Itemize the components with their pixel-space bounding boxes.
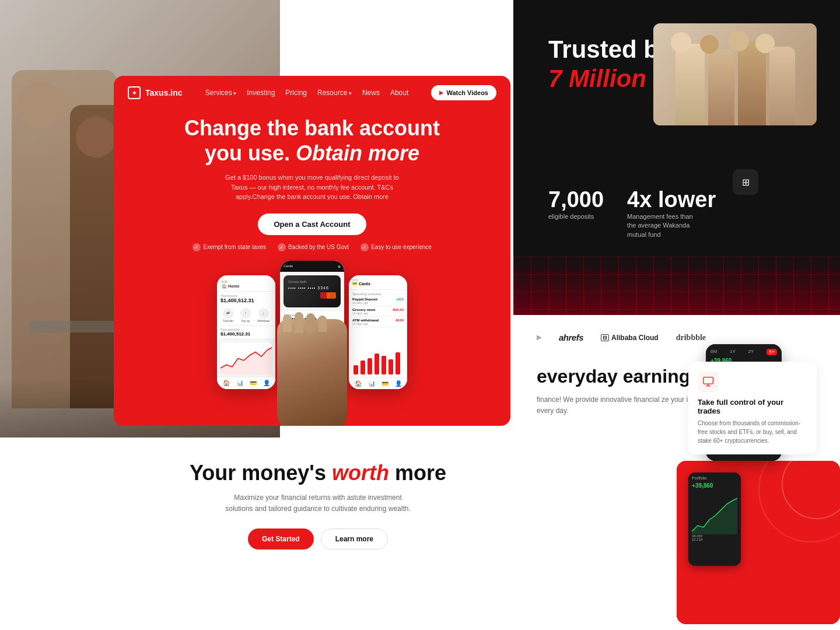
stat-number-1: 7,000	[548, 187, 604, 212]
red-phone-section: Portfolio +39,860 38,682 22,218	[677, 461, 840, 624]
nav-pricing[interactable]: Pricing	[285, 89, 307, 97]
nav-investing[interactable]: Investing	[247, 89, 275, 97]
hero-badges: Exempt from state taxes Backed by the US…	[149, 243, 475, 251]
stat-deposits: 7,000 eligible deposits	[548, 187, 604, 239]
earnings-desc-text: finance! We provide innovative financial…	[537, 396, 709, 415]
dark-section: Trusted by over 7 Million Wakanda ⊞ 7,00…	[513, 0, 840, 315]
stat-label-1: eligible deposits	[548, 212, 604, 221]
svg-marker-0	[220, 348, 272, 374]
stats-row: 7,000 eligible deposits 4x lower Managem…	[548, 187, 817, 239]
badge-backed: Backed by the US Govt	[278, 243, 349, 251]
nav-news[interactable]: News	[362, 89, 380, 97]
nav-links: Services Investing Pricing Resource News…	[205, 89, 409, 97]
main-card: ✦ Taxus.inc Services Investing Pricing R…	[114, 76, 510, 426]
control-card-desc: Choose from thousands of commission-free…	[698, 419, 807, 445]
worth-title-highlight: worth	[332, 461, 389, 485]
earnings-desc: finance! We provide innovative financial…	[537, 394, 712, 416]
learn-more-button[interactable]: Learn more	[321, 528, 388, 550]
svg-rect-3	[368, 358, 372, 374]
phone-icon-withdraw-2: ↓ Withdraw	[326, 327, 338, 342]
svg-rect-6	[388, 359, 393, 374]
hero-title: Change the bank account you use. Obtain …	[149, 116, 475, 166]
phone-icon-topup: ↑ Top up	[240, 308, 251, 323]
logo-symbol: ✦	[132, 90, 136, 96]
nav-logo: ✦ Taxus.inc	[128, 86, 183, 99]
hero-content: Change the bank account you use. Obtain …	[114, 110, 510, 251]
svg-rect-7	[396, 352, 400, 374]
svg-rect-9	[704, 377, 713, 384]
control-card: Take full control of your trades Choose …	[688, 362, 817, 454]
phone-icon-topup-2: ↑ Top up	[306, 327, 317, 342]
profile-image	[653, 23, 817, 125]
badge-easy: Easy to use experience	[360, 243, 432, 251]
worth-buttons: Get Started Learn more	[149, 528, 487, 550]
worth-title: Your money's worth more	[149, 461, 487, 485]
partner-logos: ▶ ahrefs ⊟ Alibaba Cloud dribbble	[537, 332, 817, 342]
control-icon	[698, 371, 719, 392]
hero-title-line1: Change the bank account	[184, 116, 440, 140]
stat-fees: 4x lower Management fees than the averag…	[627, 187, 716, 239]
partner-logo-alibaba: ⊟ Alibaba Cloud	[601, 334, 659, 342]
phone-icons-row-2: ⇄ Transfer ↑ Top up ↓ Withdraw	[280, 325, 344, 344]
phone-center-screen: Cards ⊕ Crimson Swift •••• •••• •••• 334…	[280, 261, 344, 383]
trusted-number: 7 Million	[548, 65, 646, 92]
phone-balance-2: $1,400,512.31	[284, 317, 341, 323]
logo-text: Taxus.inc	[145, 88, 183, 97]
image-icon: ⊞	[733, 169, 758, 195]
svg-rect-4	[374, 354, 379, 374]
svg-marker-10	[692, 498, 737, 534]
phone-icon-transfer: ⇄ Transfer	[223, 308, 233, 323]
phone-right: 9:41 💳 Cards Spending activities Paypal …	[349, 275, 407, 389]
control-card-title: Take full control of your trades	[698, 398, 807, 415]
phone-balance-1: $1,400,512.31	[220, 298, 272, 303]
svg-rect-5	[382, 356, 386, 374]
navbar: ✦ Taxus.inc Services Investing Pricing R…	[114, 76, 510, 110]
cta-button[interactable]: Open a Cast Account	[258, 214, 367, 235]
earnings-title-text: everyday earnings	[537, 366, 701, 387]
partner-logo-dribbble: dribbble	[676, 333, 706, 342]
worth-section: Your money's worth more Maximize your fi…	[114, 438, 522, 630]
nav-services[interactable]: Services	[205, 89, 237, 97]
phone-icon-withdraw: ↓ Withdraw	[257, 308, 270, 323]
phone-left-header: 9:41 🏠 Home	[217, 275, 275, 292]
nav-about[interactable]: About	[390, 89, 408, 97]
svg-rect-1	[354, 365, 358, 374]
worth-subtitle: Maximize your financial returns with ast…	[225, 492, 411, 514]
stat-label-2: Management fees than the average Wakanda…	[627, 212, 697, 239]
phone-center: Cards ⊕ Crimson Swift •••• •••• •••• 334…	[280, 261, 344, 383]
hero-subtitle: Get a $100 bonus when you move qualifyin…	[219, 173, 405, 202]
phone-icons-row-1: ⇄ Transfer ↑ Top up ↓ Withdraw	[217, 306, 275, 325]
worth-title-prefix: Your money's	[190, 461, 326, 485]
logo-icon: ✦	[128, 86, 141, 99]
show-details-btn[interactable]: Show details	[284, 349, 341, 359]
phone-chart-1	[220, 342, 272, 374]
phone-icon-transfer-2: ⇄ Transfer	[286, 327, 297, 342]
watch-videos-button[interactable]: Watch Videos	[431, 85, 496, 100]
partner-logo-ahrefs: ahrefs	[559, 332, 583, 342]
svg-rect-2	[360, 360, 365, 374]
partner-logo-placeholder: ▶	[537, 334, 541, 341]
stat-number-2: 4x lower	[627, 187, 716, 212]
nav-resource[interactable]: Resource	[317, 89, 352, 97]
get-started-button[interactable]: Get Started	[248, 528, 314, 550]
phone-left-screen: 9:41 🏠 Home Total balance $1,400,512.31 …	[217, 275, 275, 389]
hero-title-line2-plain: you use.	[205, 141, 290, 165]
badge-taxes: Exempt from state taxes	[192, 243, 266, 251]
phone-right-screen: 9:41 💳 Cards Spending activities Paypal …	[349, 275, 407, 389]
hero-title-line2-italic: Obtain more	[296, 141, 419, 165]
phones-container: 9:41 🏠 Home Total balance $1,400,512.31 …	[114, 261, 510, 389]
worth-title-suffix: more	[395, 461, 446, 485]
phone-left: 9:41 🏠 Home Total balance $1,400,512.31 …	[217, 275, 275, 389]
